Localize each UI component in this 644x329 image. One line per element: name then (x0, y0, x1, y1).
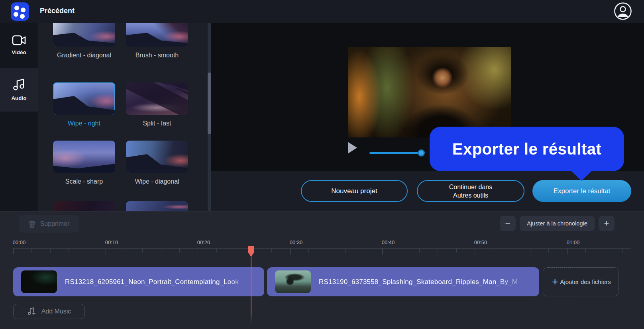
video-still-woman-figure (348, 47, 511, 137)
transition-thumbnail[interactable] (53, 141, 115, 173)
panel-scrollbar-thumb[interactable] (208, 72, 211, 134)
delete-button-disabled[interactable]: Supprimer (19, 215, 79, 233)
clip-2-thumbnail (275, 270, 311, 293)
export-tooltip-label: Exporter le résultat (452, 140, 602, 158)
ruler-tick-label: 00:00 (13, 239, 26, 245)
transition-gradient-diagonal: Gradient - diagonal (53, 23, 115, 60)
transition-label[interactable]: Scale - sharp (53, 177, 115, 186)
transition-scale-sharp: Scale - sharp (53, 141, 115, 186)
transition-label[interactable]: Brush - smooth (126, 51, 188, 60)
panel-scrollbar (208, 23, 211, 211)
new-project-button[interactable]: Nouveau projet (301, 180, 408, 202)
timeline-clip-1[interactable]: RS13218_6205961_Neon_Portrait_Contemplat… (13, 267, 264, 296)
transition-label[interactable]: Wipe - right (53, 119, 115, 128)
plus-icon: + (604, 218, 609, 229)
sidebar-video-label: Vidéo (12, 49, 26, 55)
delete-button-label: Supprimer (40, 220, 70, 227)
transition-partial-right (126, 201, 188, 211)
clip-1-thumbnail (21, 270, 57, 293)
transition-thumbnail[interactable] (126, 82, 188, 115)
continue-label-line2: Autres outils (453, 191, 488, 200)
continue-label-line1: Continuer dans (449, 183, 493, 191)
sidebar-audio-label: Audio (11, 95, 26, 101)
export-tooltip: Exporter le résultat (430, 127, 624, 171)
ruler-tick-label: 00:10 (105, 239, 118, 245)
fit-timeline-label: Ajuster à la chronologie (527, 220, 587, 227)
music-note-icon (13, 78, 25, 91)
add-files-label: Ajouter des fichiers (558, 278, 618, 286)
timeline-clip-2[interactable]: RS13190_6373558_Splashing_Skateboard_Rip… (267, 267, 539, 296)
new-project-label: Nouveau projet (331, 187, 377, 195)
transition-brush-smooth: Brush - smooth (126, 23, 188, 60)
app-logo-icon[interactable] (11, 2, 29, 21)
ruler-tick-label: 00:40 (382, 239, 395, 245)
ruler-tick-label: 00:20 (197, 239, 210, 245)
timeline-section: Supprimer − Ajuster à la chronologie + 0… (0, 211, 644, 329)
zoom-in-button[interactable]: + (599, 216, 615, 231)
video-camera-icon (12, 35, 26, 45)
top-bar: Précédent (0, 0, 644, 23)
transition-label[interactable]: Split - fast (126, 119, 188, 128)
seek-handle[interactable] (418, 149, 425, 157)
continue-other-tools-button[interactable]: Continuer dans Autres outils (417, 180, 524, 202)
play-button[interactable] (348, 142, 357, 153)
transitions-panel: Gradient - diagonal Brush - smooth Wipe … (38, 23, 211, 211)
export-tooltip-tail (571, 170, 592, 181)
zoom-out-button[interactable]: − (500, 216, 516, 231)
back-link[interactable]: Précédent (40, 7, 75, 15)
add-music-button[interactable]: Add Music (13, 304, 85, 319)
video-editor-app: Précédent Vidéo Audio (0, 0, 644, 329)
clip-2-filename: RS13190_6373558_Splashing_Skateboard_Rip… (319, 278, 537, 286)
export-button-label: Exporter le résultat (554, 187, 611, 195)
transition-thumbnail[interactable] (53, 201, 115, 211)
transition-thumbnail-selected[interactable] (53, 82, 115, 115)
trash-icon (29, 220, 35, 228)
playhead-line (251, 256, 251, 325)
transition-thumbnail[interactable] (126, 201, 188, 211)
transition-thumbnail[interactable] (126, 141, 188, 173)
export-result-button[interactable]: Exporter le résultat (532, 180, 631, 202)
transition-partial-left (53, 201, 115, 211)
ruler-major-ticks (13, 248, 631, 255)
transition-label[interactable]: Gradient - diagonal (53, 51, 115, 60)
sidebar: Vidéo Audio (0, 23, 38, 211)
transition-thumbnail[interactable] (126, 23, 188, 47)
minus-icon: − (505, 218, 510, 229)
transition-wipe-diagonal: Wipe - diagonal (126, 141, 188, 186)
sidebar-item-video[interactable]: Vidéo (0, 23, 38, 68)
seek-bar[interactable] (369, 152, 423, 154)
add-files-button[interactable]: + Ajouter des fichiers (543, 267, 619, 296)
music-plus-icon (27, 307, 36, 316)
fit-timeline-button[interactable]: Ajuster à la chronologie (520, 216, 595, 231)
clip-1-filename: RS13218_6205961_Neon_Portrait_Contemplat… (65, 278, 262, 286)
transition-label[interactable]: Wipe - diagonal (126, 177, 188, 186)
add-music-label: Add Music (41, 308, 71, 315)
sidebar-item-audio[interactable]: Audio (0, 68, 38, 112)
ruler-tick-label: 01:00 (567, 239, 580, 245)
ruler-tick-label: 00:50 (474, 239, 487, 245)
plus-icon: + (552, 276, 558, 288)
ruler-tick-label: 00:30 (290, 239, 303, 245)
transition-split-fast: Split - fast (126, 82, 188, 128)
playhead-marker[interactable] (248, 246, 254, 257)
transition-wipe-right: Wipe - right (53, 82, 115, 128)
user-avatar-icon[interactable] (614, 2, 632, 20)
transition-thumbnail[interactable] (53, 23, 115, 47)
video-preview-frame[interactable] (348, 47, 511, 137)
